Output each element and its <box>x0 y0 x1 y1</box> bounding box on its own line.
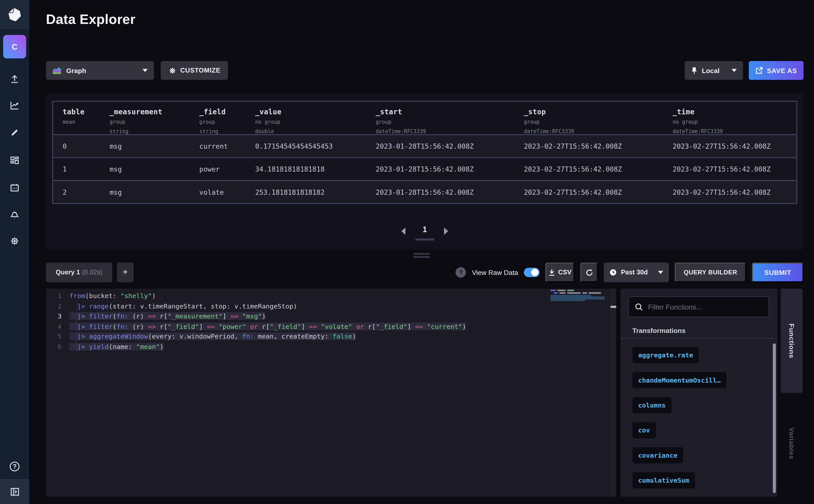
main-content: Data Explorer Graph <box>29 0 814 504</box>
table-cell: msg <box>110 188 200 196</box>
sidebar-item-notebooks[interactable] <box>0 123 29 142</box>
avatar[interactable]: C <box>3 35 26 58</box>
editor-scrollbar-thumb[interactable] <box>611 306 616 308</box>
customize-label: CUSTOMIZE <box>180 67 220 74</box>
function-chip-columns[interactable]: columns <box>633 397 671 413</box>
editor-minimap[interactable] <box>551 290 611 495</box>
table-cell: 0.17154545454545453 <box>255 142 376 150</box>
filter-functions-searchbox[interactable] <box>628 296 769 317</box>
function-chip-chandeMomentumOscill[interactable]: chandeMomentumOscill… <box>633 372 726 388</box>
functions-panel: Transformations aggregate.ratechandeMome… <box>620 289 777 497</box>
visualization-type-dropdown[interactable]: Graph <box>46 61 154 80</box>
pagination: 1 <box>46 225 804 246</box>
toggle-knob <box>531 269 539 276</box>
code-line-5: 5 |> aggregateWindow(every: v.windowPeri… <box>46 332 550 342</box>
download-csv-button[interactable]: CSV <box>545 262 574 282</box>
indent-guide <box>77 303 77 354</box>
column-header-_time: _timeno groupdateTime:RFC3339 <box>672 107 796 135</box>
clock-icon <box>609 269 617 276</box>
expand-sidebar-button[interactable] <box>0 482 29 501</box>
chevron-down-icon <box>143 69 148 72</box>
influxdb-logo[interactable] <box>0 0 29 29</box>
function-chip-aggregate.rate[interactable]: aggregate.rate <box>633 347 699 363</box>
view-raw-data-label: View Raw Data <box>472 269 518 276</box>
submit-button[interactable]: SUBMIT <box>752 262 804 282</box>
influxdb-cube-icon <box>8 7 21 22</box>
column-header-_stop: _stopgroupdateTime:RFC3339 <box>524 107 672 135</box>
column-header-_measurement: _measurementgroupstring <box>110 107 200 135</box>
sidebar-item-tasks[interactable] <box>0 178 29 197</box>
sidebar-item-load-data[interactable] <box>0 69 29 88</box>
table-cell: 2023-01-28T15:56:42.008Z <box>376 142 524 150</box>
save-as-button[interactable]: SAVE AS <box>749 61 804 80</box>
chevron-left-icon <box>401 228 405 235</box>
pin-icon <box>691 66 698 74</box>
table-cell: 253.1818181818182 <box>255 188 376 196</box>
pagination-prev-button[interactable] <box>398 226 409 236</box>
function-chip-cumulativeSum[interactable]: cumulativeSum <box>633 472 695 488</box>
search-icon <box>635 303 643 311</box>
query-tab-1[interactable]: Query 1 (0.02s) <box>46 262 112 282</box>
filter-functions-input[interactable] <box>648 303 762 311</box>
add-query-button[interactable]: + <box>117 262 134 282</box>
editor-scrollbar[interactable] <box>611 289 616 497</box>
raw-data-panel: tablemean_measurementgroupstring_fieldgr… <box>46 94 804 250</box>
data-explorer-app: C <box>0 0 814 504</box>
visualization-type-label: Graph <box>66 66 86 74</box>
chevron-down-icon <box>658 271 663 274</box>
functions-scrollbar[interactable] <box>773 343 776 493</box>
pagination-next-button[interactable] <box>441 226 451 236</box>
table-cell: 2023-01-28T15:56:42.008Z <box>376 188 524 196</box>
sidebar-item-dashboards[interactable] <box>0 151 29 170</box>
refresh-button[interactable] <box>580 262 598 282</box>
page-title: Data Explorer <box>46 11 135 28</box>
local-label: Local <box>702 66 720 74</box>
edit-icon <box>9 127 20 138</box>
time-range-dropdown[interactable]: Past 30d <box>604 262 669 282</box>
flux-code-editor[interactable]: 1from(bucket: "shelly")2 |> range(start:… <box>46 289 616 497</box>
pagination-page-button[interactable]: 1 <box>409 225 441 234</box>
function-chip-cov[interactable]: cov <box>633 422 656 438</box>
line-number: 2 <box>46 301 62 311</box>
section-divider <box>620 338 777 339</box>
table-cell: 2023-01-28T15:56:42.008Z <box>376 165 524 173</box>
column-header-table: tablemean <box>63 107 110 125</box>
query-tab-label: Query 1 <box>56 269 80 276</box>
query-toolbar: Query 1 (0.02s) + ? View Raw Data CSV <box>46 262 804 282</box>
raw-data-help-icon[interactable]: ? <box>456 267 466 278</box>
sidebar-item-help[interactable] <box>0 457 29 476</box>
sidebar-item-settings[interactable] <box>0 232 29 250</box>
code-line-6: 6 |> yield(name: "mean") <box>46 342 550 352</box>
customize-button[interactable]: CUSTOMIZE <box>161 61 228 80</box>
tab-functions[interactable]: Functions <box>781 289 803 393</box>
area-chart-icon <box>52 66 62 75</box>
table-cell: power <box>199 165 255 173</box>
sidebar-item-alerts[interactable] <box>0 205 29 224</box>
page-number: 1 <box>423 225 427 234</box>
sidebar: C <box>0 0 29 504</box>
question-mark-icon <box>9 461 20 472</box>
controls-row: Graph CUSTOMIZE Local <box>46 61 804 80</box>
table-cell: 1 <box>63 165 110 173</box>
panel-resize-handle[interactable] <box>413 253 430 259</box>
gear-icon <box>9 236 20 246</box>
tab-variables-label: Variables <box>788 427 795 459</box>
page-underline <box>415 239 434 241</box>
tab-variables[interactable]: Variables <box>781 399 803 488</box>
gear-icon <box>168 66 176 74</box>
code-line-4: 4 |> filter(fn: (r) => r["_field"] == "p… <box>46 321 550 331</box>
sidebar-footer <box>0 479 29 504</box>
calendar-icon <box>9 183 20 193</box>
function-chip-covariance[interactable]: covariance <box>633 447 683 464</box>
sidebar-item-data-explorer[interactable] <box>0 96 29 115</box>
line-number: 4 <box>46 321 62 331</box>
chevron-right-icon <box>444 228 448 235</box>
query-builder-button[interactable]: QUERY BUILDER <box>675 262 746 282</box>
time-range-label: Past 30d <box>621 269 648 276</box>
download-icon <box>548 269 555 276</box>
view-raw-data-toggle[interactable] <box>524 268 540 277</box>
local-dropdown[interactable]: Local <box>685 61 743 80</box>
submit-label: SUBMIT <box>764 269 791 276</box>
table-cell: 34.18181818181818 <box>255 165 376 173</box>
line-number: 3 <box>46 311 62 321</box>
